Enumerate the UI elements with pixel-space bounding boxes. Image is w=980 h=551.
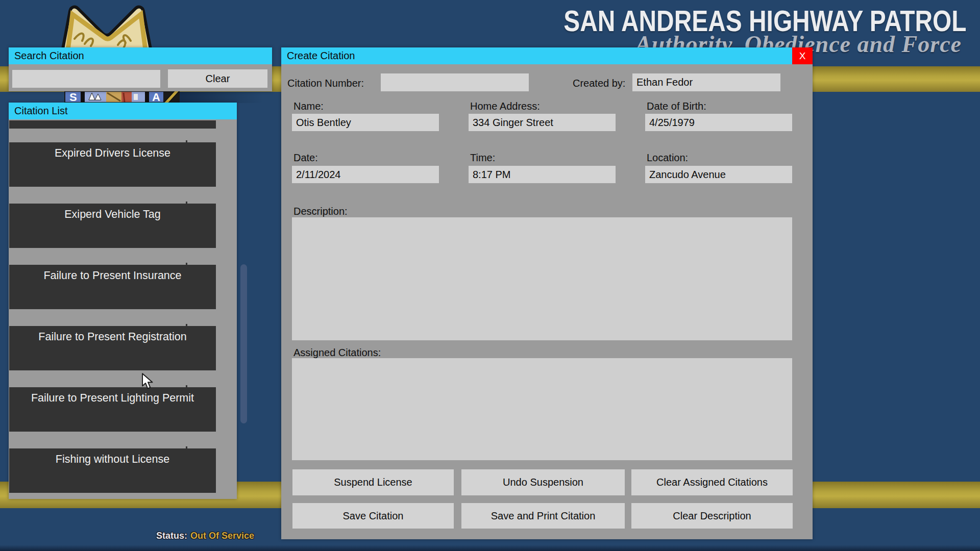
citation-list-panel: Citation List Expired Drivers License Ex… (9, 103, 237, 499)
save-and-print-citation-button[interactable]: Save and Print Citation (461, 503, 625, 529)
create-citation-window-title: Create Citation (281, 47, 813, 64)
suspend-license-button[interactable]: Suspend License (292, 469, 454, 495)
list-item[interactable]: Expired Drivers License (9, 142, 216, 187)
home-address-label: Home Address: (470, 101, 540, 112)
created-by-label: Created by: (573, 78, 625, 89)
svg-text:A: A (152, 91, 160, 104)
created-by-input[interactable] (632, 73, 780, 91)
search-input[interactable] (12, 70, 160, 88)
citation-number-input[interactable] (381, 73, 529, 91)
bottom-vignette (0, 545, 980, 551)
assigned-citations-label: Assigned Citations: (293, 347, 381, 359)
list-item-partial[interactable] (9, 120, 216, 129)
citation-list-panel-title: Citation List (9, 103, 237, 119)
search-citation-panel: Search Citation Clear (9, 47, 272, 91)
save-citation-button[interactable]: Save Citation (292, 503, 454, 529)
home-address-input[interactable] (469, 114, 616, 131)
citation-number-label: Citation Number: (287, 78, 364, 89)
name-label: Name: (293, 101, 324, 112)
create-citation-window: Create Citation X Citation Number: Creat… (281, 47, 813, 539)
status-value: Out Of Service (190, 531, 254, 541)
clear-description-button[interactable]: Clear Description (631, 503, 793, 529)
time-label: Time: (470, 152, 495, 164)
location-input[interactable] (645, 166, 792, 183)
clear-search-button[interactable]: Clear (168, 69, 267, 88)
date-input[interactable] (292, 166, 439, 183)
svg-text:S: S (69, 91, 77, 104)
mouse-cursor (141, 373, 155, 392)
date-label: Date: (293, 152, 318, 164)
list-item[interactable]: Fishing without License (9, 448, 216, 493)
description-label: Description: (293, 206, 348, 217)
description-textarea[interactable] (292, 217, 792, 340)
assigned-citations-listbox[interactable] (292, 358, 792, 460)
name-input[interactable] (292, 114, 439, 131)
close-window-button[interactable]: X (792, 47, 813, 64)
list-item[interactable]: Failure to Present Lighting Permit (9, 387, 216, 432)
list-item[interactable]: Failure to Present Insurance (9, 265, 216, 309)
date-of-birth-label: Date of Birth: (647, 101, 706, 112)
panel-gap-shadow (180, 92, 273, 103)
status-bar: Status:Out Of Service (156, 531, 254, 541)
status-label: Status: (156, 531, 187, 541)
clear-assigned-citations-button[interactable]: Clear Assigned Citations (631, 469, 793, 495)
search-citation-panel-title: Search Citation (9, 47, 272, 64)
list-item[interactable]: Exiperd Vehicle Tag (9, 204, 216, 248)
date-of-birth-input[interactable] (645, 114, 792, 131)
undo-suspension-button[interactable]: Undo Suspension (461, 469, 625, 495)
desktop-background: SAN ANDREAS HIGHWAY PATROL Authority, Ob… (0, 0, 980, 551)
citation-list-scrollbar-thumb[interactable] (240, 264, 247, 423)
time-input[interactable] (469, 166, 616, 183)
list-item[interactable]: Failure to Present Registration (9, 326, 216, 370)
location-label: Location: (647, 152, 688, 164)
